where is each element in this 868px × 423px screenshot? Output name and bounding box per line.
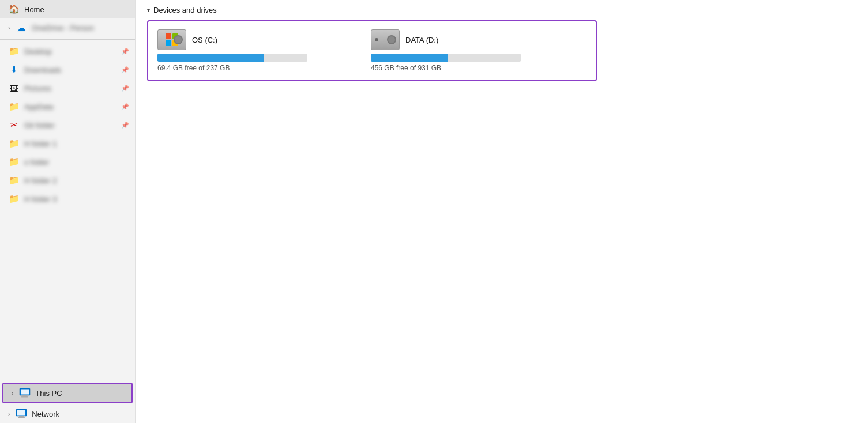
- pin-icon-appdata: 📌: [121, 103, 129, 111]
- sidebar-pictures-label: Pictures: [24, 84, 117, 93]
- sidebar-item-network[interactable]: › Network: [0, 405, 135, 423]
- drive-card-c[interactable]: OS (C:) 69.4 GB free of 237 GB: [157, 29, 348, 72]
- pin-icon-git: 📌: [121, 122, 129, 129]
- sidebar-desktop-label: Desktop: [24, 47, 117, 56]
- sidebar-h1-label: H folder 1: [24, 139, 129, 148]
- sidebar-network-label: Network: [32, 410, 129, 418]
- svg-rect-1: [21, 390, 29, 395]
- drive-d-bar-area: 456 GB free of 931 GB: [371, 54, 561, 72]
- sidebar-item-this-pc[interactable]: › This PC: [2, 383, 133, 403]
- drive-d-bar-bg: [371, 54, 521, 62]
- home-icon: 🏠: [8, 3, 20, 15]
- sidebar-divider-bottom: [0, 379, 135, 379]
- network-icon: [16, 408, 27, 420]
- drive-d-bar-fill: [371, 54, 448, 62]
- this-pc-icon: [19, 387, 31, 399]
- sidebar-onedrive-label: OneDrive - Person: [32, 24, 129, 32]
- drive-c-bar-fill: [157, 54, 264, 62]
- sidebar-item-h1[interactable]: 📁 H folder 1: [0, 134, 135, 153]
- windows-logo-c: [166, 33, 178, 46]
- sidebar-item-home[interactable]: 🏠 Home: [0, 0, 135, 18]
- sidebar-item-h3[interactable]: 📁 H folder 3: [0, 190, 135, 208]
- onedrive-icon: ☁: [16, 22, 27, 33]
- sidebar-item-h2[interactable]: 📁 H folder 2: [0, 171, 135, 190]
- pictures-icon: 🖼: [8, 82, 20, 94]
- sidebar-item-onedrive[interactable]: › ☁ OneDrive - Person: [0, 18, 135, 37]
- o1-icon: 📁: [8, 156, 20, 168]
- section-chevron-icon: ▾: [147, 7, 150, 13]
- sidebar-git-label: Git folder: [24, 121, 117, 130]
- sidebar-item-downloads[interactable]: ⬇ Downloads 📌: [0, 61, 135, 79]
- section-title: Devices and drives: [153, 6, 217, 14]
- drive-c-bar-bg: [157, 54, 307, 62]
- sidebar-item-desktop[interactable]: 📁 Desktop 📌: [0, 42, 135, 61]
- sidebar-h3-label: H folder 3: [24, 195, 129, 203]
- drive-c-name: OS (C:): [192, 36, 217, 44]
- drive-c-info: 69.4 GB free of 237 GB: [157, 64, 348, 72]
- downloads-icon: ⬇: [8, 64, 20, 75]
- pin-icon-pictures: 📌: [121, 85, 129, 92]
- sidebar-downloads-label: Downloads: [24, 66, 117, 74]
- h1-icon: 📁: [8, 138, 20, 149]
- sidebar-appdata-label: AppData: [24, 103, 117, 111]
- drive-c-bar-area: 69.4 GB free of 237 GB: [157, 54, 348, 72]
- h2-icon: 📁: [8, 175, 20, 186]
- section-header: ▾ Devices and drives: [147, 6, 856, 14]
- sidebar-h2-label: H folder 2: [24, 176, 129, 185]
- sidebar-item-o1[interactable]: 📁 o folder: [0, 153, 135, 171]
- drive-c-top: OS (C:): [157, 29, 348, 50]
- drive-c-hdd-icon: [157, 29, 186, 50]
- sidebar-o1-label: o folder: [24, 158, 129, 167]
- drives-container: OS (C:) 69.4 GB free of 237 GB DATA (D:): [147, 20, 597, 81]
- h3-icon: 📁: [8, 193, 20, 205]
- svg-rect-6: [19, 416, 24, 417]
- desktop-folder-icon: 📁: [8, 46, 20, 57]
- sidebar-item-pictures[interactable]: 🖼 Pictures 📌: [0, 79, 135, 97]
- main-content: ▾ Devices and drives OS (: [136, 0, 868, 423]
- sidebar-item-appdata[interactable]: 📁 AppData 📌: [0, 97, 135, 116]
- svg-rect-7: [18, 417, 25, 418]
- sidebar-home-label: Home: [24, 5, 129, 14]
- svg-rect-5: [17, 410, 25, 416]
- drive-card-d[interactable]: DATA (D:) 456 GB free of 931 GB: [371, 29, 561, 72]
- this-pc-chevron: ›: [12, 390, 13, 396]
- sidebar-this-pc-label: This PC: [35, 389, 126, 398]
- pin-icon-desktop: 📌: [121, 48, 129, 55]
- sidebar: 🏠 Home › ☁ OneDrive - Person 📁 Desktop 📌…: [0, 0, 136, 423]
- drive-d-name: DATA (D:): [405, 36, 438, 44]
- svg-rect-3: [21, 396, 28, 398]
- drive-d-top: DATA (D:): [371, 29, 561, 50]
- onedrive-chevron: ›: [8, 25, 10, 31]
- drive-d-info: 456 GB free of 931 GB: [371, 64, 561, 72]
- git-icon: ✂: [8, 119, 20, 131]
- network-chevron: ›: [8, 411, 10, 417]
- sidebar-item-git[interactable]: ✂ Git folder 📌: [0, 116, 135, 134]
- appdata-icon: 📁: [8, 101, 20, 112]
- pin-icon-downloads: 📌: [121, 66, 129, 74]
- sidebar-divider-top: [0, 39, 135, 40]
- svg-rect-2: [22, 395, 27, 396]
- drive-d-hdd-icon: [371, 29, 400, 50]
